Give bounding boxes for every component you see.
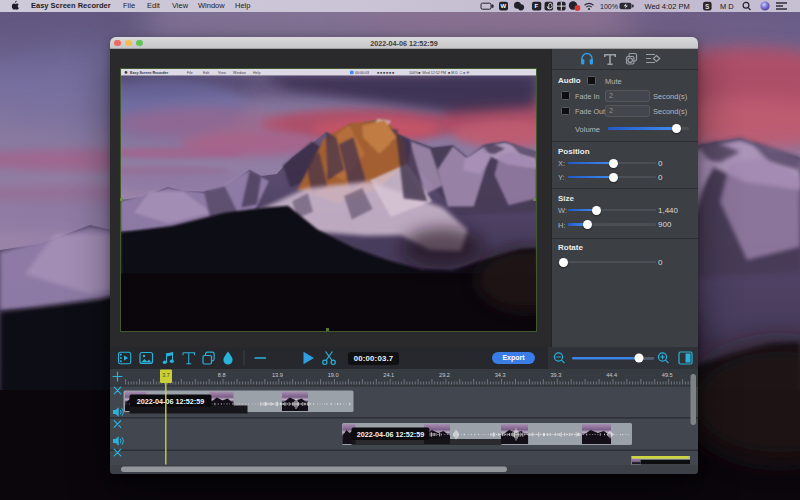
svg-text:100%■ Wed 12:52 PM ■ M D □: 100%■ Wed 12:52 PM ■ M D □ ● ☰	[409, 71, 469, 75]
svg-text:19.0: 19.0	[328, 372, 339, 378]
svg-text:■ ■ ■ ■ ■ ■: ■ ■ ■ ■ ■ ■	[377, 71, 394, 75]
svg-text:Help: Help	[253, 71, 260, 75]
svg-text:100%: 100%	[600, 3, 618, 10]
svg-text:34.3: 34.3	[495, 372, 506, 378]
svg-text:3.7: 3.7	[162, 372, 170, 378]
svg-text:49.5: 49.5	[662, 372, 673, 378]
svg-text:00:00:03: 00:00:03	[355, 71, 369, 75]
svg-text:29.2: 29.2	[439, 372, 450, 378]
svg-text:39.3: 39.3	[550, 372, 561, 378]
svg-text:View: View	[218, 71, 226, 75]
svg-text:44.4: 44.4	[606, 372, 617, 378]
svg-text:8.8: 8.8	[218, 372, 226, 378]
svg-text:M D: M D	[720, 2, 734, 11]
svg-text:Window: Window	[233, 71, 246, 75]
svg-text:File: File	[187, 71, 193, 75]
svg-text:2022-04-06 12:52:59: 2022-04-06 12:52:59	[357, 430, 425, 439]
svg-text:Wed 4:02 PM: Wed 4:02 PM	[645, 2, 690, 11]
svg-text:Easy Screen Recorder: Easy Screen Recorder	[130, 71, 169, 75]
svg-text:F: F	[535, 3, 539, 9]
svg-text:S: S	[705, 3, 710, 10]
svg-text:W: W	[501, 3, 507, 9]
svg-text:13.9: 13.9	[272, 372, 283, 378]
svg-text:2022-04-06 12:52:59: 2022-04-06 12:52:59	[137, 397, 205, 406]
svg-text:Edit: Edit	[203, 71, 209, 75]
svg-text:24.1: 24.1	[383, 372, 394, 378]
